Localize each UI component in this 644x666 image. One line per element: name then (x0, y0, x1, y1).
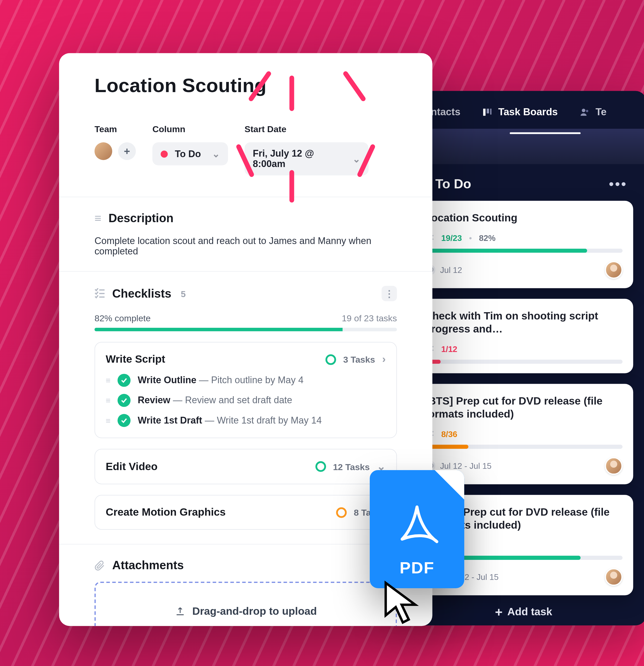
nav-team-label: Te (596, 106, 607, 118)
upload-icon (175, 606, 185, 617)
checklists-icon (94, 288, 105, 299)
task-title: [BTS] Prep cut for DVD release (file for… (425, 394, 622, 421)
start-date-value: Fri, July 12 @ 8:00am (253, 148, 346, 170)
checklist-item[interactable]: ≡ Write Outline — Pitch outline by May 4 (106, 374, 386, 387)
column-field: Column To Do ⌄ (153, 124, 228, 175)
checklist-item[interactable]: ≡ Review — Review and set draft date (106, 394, 386, 407)
task-date: Jul 12 (440, 265, 462, 274)
team-member-avatar[interactable] (94, 142, 112, 160)
status-dot-icon (160, 151, 168, 157)
chevron-right-icon[interactable]: › (382, 353, 386, 366)
start-date-select[interactable]: Fri, July 12 @ 8:00am ⌄ (245, 142, 369, 175)
nav-task-boards-label: Task Boards (498, 106, 558, 118)
description-text[interactable]: Complete location scout and reach out to… (94, 236, 397, 257)
plus-icon: + (495, 606, 502, 619)
checklists-count: 5 (181, 288, 186, 299)
people-icon (580, 107, 590, 117)
nav-task-boards[interactable]: Task Boards (483, 106, 558, 118)
item-detail: Write 1st draft by May 14 (217, 415, 321, 425)
team-field: Team + (94, 124, 136, 175)
svg-rect-0 (484, 109, 486, 116)
column-menu-button[interactable]: ••• (609, 176, 627, 193)
cursor-icon (383, 580, 424, 627)
chevron-down-icon: ⌄ (352, 153, 360, 164)
task-pct: 82% (479, 233, 496, 243)
page-fold-icon (435, 470, 465, 500)
item-title: Write Outline (138, 375, 196, 385)
item-detail: Pitch outline by May 4 (211, 375, 303, 385)
checklist-group: Write Script 3 Tasks › ≡ Write Outline —… (94, 342, 397, 438)
add-team-member-button[interactable]: + (118, 142, 136, 160)
pdf-file-drag[interactable]: PDF (370, 470, 464, 588)
progress-ring-icon (336, 507, 347, 518)
item-title: Write 1st Draft (138, 415, 202, 425)
attachment-dropzone[interactable]: Drag-and-drop to upload (94, 582, 397, 626)
svg-point-4 (586, 110, 588, 112)
attachments-heading: Attachments (112, 559, 184, 572)
dropzone-label: Drag-and-drop to upload (192, 605, 317, 618)
progress-fill (425, 248, 587, 252)
checklist-progress-bar (94, 328, 397, 331)
checklist-count-label: 19 of 23 tasks (342, 313, 397, 323)
checklist-pct-label: 82% complete (94, 313, 151, 323)
column-title: To Do (435, 177, 471, 192)
progress-ring-icon (315, 461, 326, 472)
assignee-avatar[interactable] (605, 568, 622, 585)
start-date-label: Start Date (245, 124, 369, 134)
checklists-heading: Checklists (112, 287, 171, 300)
item-detail: Review and set draft date (185, 395, 292, 405)
check-complete-icon[interactable] (118, 394, 130, 407)
checklist-group-title: Write Script (106, 353, 165, 366)
start-date-field: Start Date Fri, July 12 @ 8:00am ⌄ (245, 124, 369, 175)
svg-rect-2 (490, 109, 492, 115)
description-heading: Description (108, 211, 174, 225)
nav-underline (510, 132, 580, 134)
checklist-group[interactable]: Create Motion Graphics 8 Tasks (94, 495, 397, 530)
svg-rect-1 (487, 109, 489, 113)
checklist-tasks-label: 12 Tasks (333, 461, 370, 472)
task-card[interactable]: Check with Tim on shooting script progre… (414, 298, 633, 373)
check-complete-icon[interactable] (118, 374, 130, 387)
drag-handle-icon[interactable]: ≡ (106, 416, 110, 425)
add-task-button[interactable]: + Add task (412, 595, 636, 626)
task-title: Check with Tim on shooting script progre… (425, 309, 622, 336)
svg-rect-14 (99, 289, 104, 291)
description-icon (94, 211, 101, 225)
svg-point-3 (582, 109, 586, 112)
team-label: Team (94, 124, 136, 134)
checklist-group[interactable]: Edit Video 12 Tasks ⌄ (94, 449, 397, 484)
drag-handle-icon[interactable]: ≡ (106, 376, 110, 385)
column-select[interactable]: To Do ⌄ (153, 142, 228, 165)
checklist-group-title: Create Motion Graphics (106, 506, 226, 519)
description-section: Description Complete location scout and … (59, 197, 433, 271)
svg-rect-15 (99, 293, 104, 294)
paperclip-icon (94, 560, 105, 571)
drag-handle-icon[interactable]: ≡ (106, 396, 110, 405)
column-label: Column (153, 124, 228, 134)
task-title: Location Scouting (425, 211, 622, 225)
assignee-avatar[interactable] (605, 261, 622, 278)
pdf-label: PDF (400, 559, 435, 578)
assignee-avatar[interactable] (605, 457, 622, 474)
task-title: Location Scouting (94, 74, 397, 97)
checklist-item[interactable]: ≡ Write 1st Draft — Write 1st draft by M… (106, 414, 386, 427)
svg-rect-16 (99, 297, 104, 298)
nav-team[interactable]: Te (580, 106, 607, 118)
column-value: To Do (175, 148, 201, 159)
task-card[interactable]: [BTS] Prep cut for DVD release (file for… (414, 384, 633, 484)
task-ratio: 1/12 (441, 344, 457, 353)
task-ratio: 8/36 (441, 429, 457, 438)
task-date: Jul 12 - Jul 15 (440, 461, 491, 470)
progress-ring-icon (326, 354, 336, 365)
acrobat-icon (370, 502, 464, 552)
chevron-down-icon: ⌄ (212, 148, 220, 159)
task-ratio: 19/23 (441, 233, 462, 243)
item-title: Review (138, 395, 170, 405)
board-nav: ontacts Task Boards Te (401, 91, 644, 129)
boards-icon (483, 107, 492, 117)
checklist-tasks-label: 3 Tasks (343, 354, 375, 365)
add-task-label: Add task (507, 606, 552, 618)
check-complete-icon[interactable] (118, 414, 130, 427)
task-card[interactable]: Location Scouting 19/23 • 82% Jul 12 (414, 201, 633, 288)
checklist-menu-button[interactable]: ⋮ (381, 286, 397, 301)
